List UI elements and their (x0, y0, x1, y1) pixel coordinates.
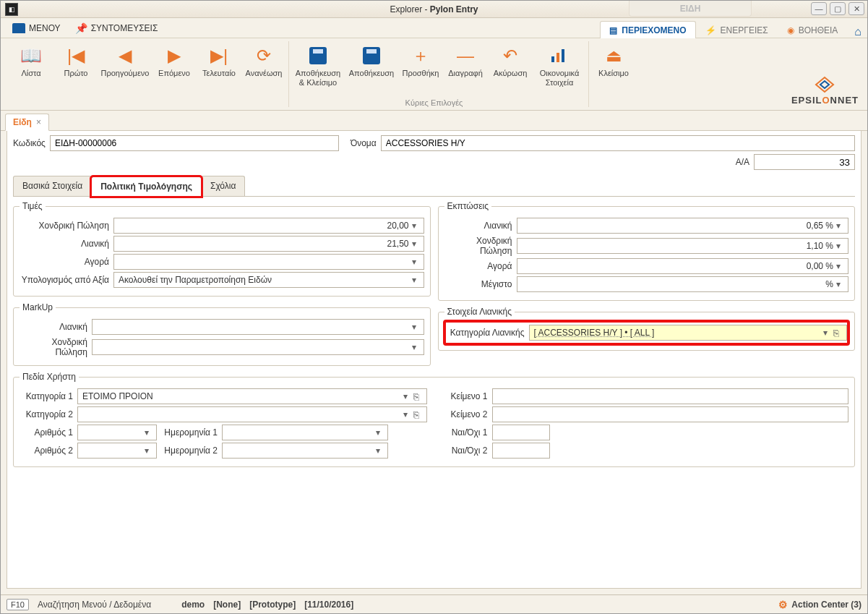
chevron-down-icon[interactable]: ▾ (833, 279, 843, 289)
close-window-button[interactable]: ✕ (848, 2, 864, 15)
list-icon: 📖 (20, 44, 42, 67)
list-button[interactable]: 📖Λίστα (9, 41, 53, 107)
num1-input[interactable]: ▾ (77, 425, 157, 440)
first-icon: |◀ (67, 44, 85, 67)
next-button[interactable]: ▶Επόμενο (152, 41, 196, 107)
text2-input[interactable] (492, 406, 849, 422)
chevron-down-icon[interactable]: ▾ (409, 239, 419, 249)
doc-tab-items[interactable]: Είδη× (5, 114, 49, 131)
cat1-input[interactable]: ΕΤΟΙΜΟ ΠΡΟΙΟΝ▾⎘ (77, 388, 427, 404)
date1-input[interactable]: ▾ (222, 425, 388, 440)
chevron-down-icon[interactable]: ▾ (833, 261, 843, 271)
first-button[interactable]: |◀Πρώτο (54, 41, 98, 107)
status-prototype: [Prototype] (249, 600, 296, 610)
tab-content[interactable]: ▤ ΠΕΡΙΕΧΟΜΕΝΟ (600, 21, 695, 38)
text1-input[interactable] (492, 388, 849, 404)
code-input[interactable] (50, 135, 339, 151)
menu-button[interactable]: ΜΕΝΟΥ (5, 20, 68, 36)
retail-price-input[interactable]: 21,50▾ (113, 236, 424, 252)
chevron-down-icon[interactable]: ▾ (409, 275, 419, 285)
action-center-button[interactable]: ⚙Action Center (3) (778, 599, 861, 610)
background-tab[interactable]: ΕΙΔΗ (629, 1, 752, 17)
disc-purchase-input[interactable]: 0,00 %▾ (517, 258, 849, 274)
chevron-down-icon[interactable]: ▾ (833, 241, 843, 251)
num2-input[interactable]: ▾ (77, 443, 157, 459)
prev-button[interactable]: ◀Προηγούμενο (99, 41, 151, 107)
aa-label: Α/Α (736, 157, 749, 167)
chevron-down-icon[interactable]: ▾ (409, 342, 419, 352)
calc-label: Υπολογισμός από Αξία (20, 275, 113, 285)
maximize-button[interactable]: ▢ (830, 2, 846, 15)
chevron-down-icon[interactable]: ▾ (409, 257, 419, 267)
disc-wholesale-input[interactable]: 1,10 %▾ (517, 238, 849, 254)
brand-logo: EPSILONNET (791, 74, 859, 106)
subtab-pricing[interactable]: Πολιτική Τιμολόγησης (91, 176, 202, 197)
retail-cat-input[interactable]: [ ACCESSORIES H/Y ] • [ ALL ] ▾ ⎘ (529, 325, 848, 341)
chevron-down-icon[interactable]: ▾ (400, 409, 411, 419)
search-hint[interactable]: Αναζήτηση Μενού / Δεδομένα (38, 600, 151, 610)
markup-wholesale-label: Χονδρική Πώληση (20, 337, 92, 357)
minus-icon: — (457, 44, 474, 67)
tab-help[interactable]: ◉ ΒΟΗΘΕΙΑ (778, 21, 848, 38)
delete-button[interactable]: —Διαγραφή (444, 41, 487, 107)
disc-max-input[interactable]: %▾ (517, 276, 849, 292)
markup-wholesale-input[interactable]: ▾ (92, 339, 424, 355)
gear-icon: ⚙ (778, 599, 788, 610)
attach-icon[interactable]: ⎘ (830, 328, 842, 338)
save-close-button[interactable]: Αποθήκευση & Κλείσιμο (292, 41, 344, 107)
document-tabs: Είδη× (1, 112, 867, 131)
yesno2-input[interactable] (492, 443, 550, 459)
purchase-price-label: Αγορά (20, 257, 113, 267)
aa-input[interactable] (754, 154, 855, 170)
markup-retail-input[interactable]: ▾ (92, 319, 424, 335)
home-icon[interactable]: ⌂ (854, 25, 861, 38)
shortcuts-button[interactable]: 📌 ΣΥΝΤΟΜΕΥΣΕΙΣ (68, 20, 166, 37)
attach-icon[interactable]: ⎘ (411, 409, 422, 420)
disc-max-label: Μέγιστο (444, 279, 517, 289)
tab-actions[interactable]: ⚡ ΕΝΕΡΓΕΙΕΣ (696, 21, 778, 38)
chevron-down-icon[interactable]: ▾ (820, 328, 830, 338)
chevron-down-icon[interactable]: ▾ (833, 221, 843, 231)
yesno2-label: Ναι/Όχι 2 (442, 445, 492, 456)
close-button[interactable]: ⏏Κλείσιμο (592, 41, 635, 107)
app-icon: ◧ (5, 3, 18, 16)
close-tab-icon[interactable]: × (36, 117, 41, 127)
subtab-notes[interactable]: Σχόλια (201, 176, 245, 196)
disc-retail-input[interactable]: 0,65 %▾ (517, 218, 849, 234)
chevron-down-icon[interactable]: ▾ (409, 221, 419, 231)
retail-price-label: Λιανική (20, 239, 113, 249)
add-button[interactable]: ＋Προσθήκη (399, 41, 442, 107)
chevron-down-icon[interactable]: ▾ (142, 445, 152, 456)
cat1-label: Κατηγορία 1 (20, 391, 77, 401)
name-input[interactable] (381, 135, 855, 151)
chevron-down-icon[interactable]: ▾ (373, 445, 383, 456)
attach-icon[interactable]: ⎘ (411, 391, 422, 402)
chevron-down-icon[interactable]: ▾ (373, 427, 383, 438)
cancel-button[interactable]: ↶Ακύρωση (489, 41, 532, 107)
document-icon: ▤ (609, 25, 617, 35)
subtab-basic[interactable]: Βασικά Στοιχεία (13, 176, 92, 196)
retail-info-group: Στοιχεία Λιανικής Κατηγορία Λιανικής [ A… (438, 307, 856, 351)
chart-icon (550, 44, 569, 67)
financial-button[interactable]: Οικονομικά Στοιχεία (533, 41, 585, 107)
chevron-down-icon[interactable]: ▾ (142, 427, 152, 438)
chevron-down-icon[interactable]: ▾ (409, 322, 419, 332)
cat2-input[interactable]: ▾⎘ (77, 406, 427, 422)
minimize-button[interactable]: — (811, 2, 827, 15)
cat2-label: Κατηγορία 2 (20, 409, 77, 419)
last-button[interactable]: ▶|Τελευταίο (197, 41, 241, 107)
wholesale-price-input[interactable]: 20,00▾ (113, 218, 424, 234)
statusbar: F10 Αναζήτηση Μενού / Δεδομένα demo [Non… (1, 594, 867, 613)
date2-input[interactable]: ▾ (222, 443, 388, 459)
chevron-down-icon[interactable]: ▾ (400, 391, 411, 401)
save-close-icon (309, 44, 327, 67)
f10-key[interactable]: F10 (7, 599, 29, 610)
calc-select[interactable]: Ακολουθεί την Παραμετροποίηση Ειδών▾ (113, 272, 424, 288)
yesno1-input[interactable] (492, 425, 550, 440)
save-button[interactable]: Αποθήκευση (345, 41, 398, 107)
retail-cat-label: Κατηγορία Λιανικής (446, 328, 529, 338)
save-icon (363, 44, 380, 67)
purchase-price-input[interactable]: ▾ (113, 254, 424, 270)
refresh-button[interactable]: ⟳Ανανέωση (242, 41, 285, 107)
markup-retail-label: Λιανική (20, 322, 92, 332)
